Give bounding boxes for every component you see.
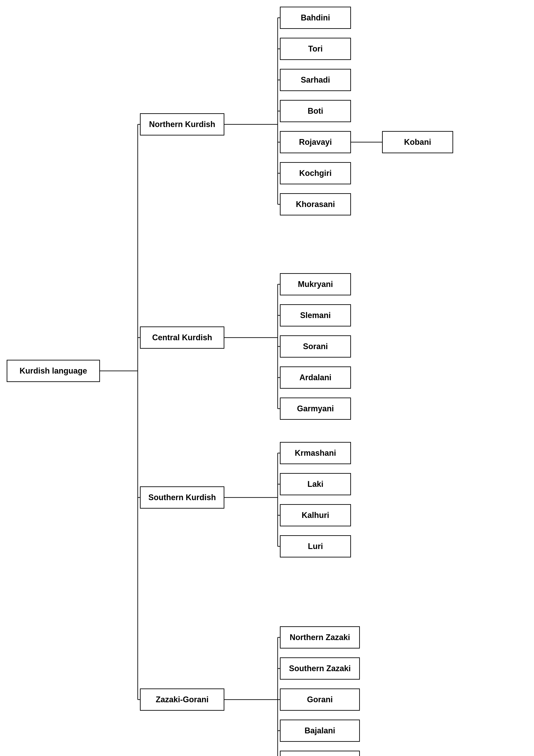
node-zazaki: Zazaki-Gorani — [140, 688, 224, 711]
node-laki: Laki — [280, 473, 351, 495]
node-bajalani: Bajalani — [280, 719, 360, 742]
node-bahdini: Bahdini — [280, 7, 351, 29]
node-mukryani: Mukryani — [280, 273, 351, 295]
node-sarhadi: Sarhadi — [280, 69, 351, 91]
node-krmashani: Krmashani — [280, 442, 351, 464]
node-szazaki: Southern Zazaki — [280, 658, 360, 680]
node-boti: Boti — [280, 100, 351, 122]
node-kalhuri: Kalhuri — [280, 504, 351, 526]
node-rojavayi: Rojavayi — [280, 131, 351, 153]
node-nzazaki: Northern Zazaki — [280, 626, 360, 649]
node-ardalani: Ardalani — [280, 366, 351, 389]
node-garmyani: Garmyani — [280, 397, 351, 420]
node-central: Central Kurdish — [140, 327, 224, 349]
node-tori: Tori — [280, 38, 351, 60]
node-kurdish: Kurdish language — [7, 360, 100, 382]
node-kobani: Kobani — [382, 131, 453, 153]
node-gorani: Gorani — [280, 688, 360, 711]
node-southern: Southern Kurdish — [140, 486, 224, 509]
node-luri: Luri — [280, 535, 351, 557]
node-hawramani: Hawramani — [280, 751, 360, 756]
node-sorani: Sorani — [280, 335, 351, 358]
node-kochgiri: Kochgiri — [280, 162, 351, 184]
tree-container: Kurdish languageNorthern KurdishCentral … — [0, 0, 534, 756]
node-northern: Northern Kurdish — [140, 113, 224, 135]
node-khorasani: Khorasani — [280, 193, 351, 215]
node-slemani: Slemani — [280, 304, 351, 327]
